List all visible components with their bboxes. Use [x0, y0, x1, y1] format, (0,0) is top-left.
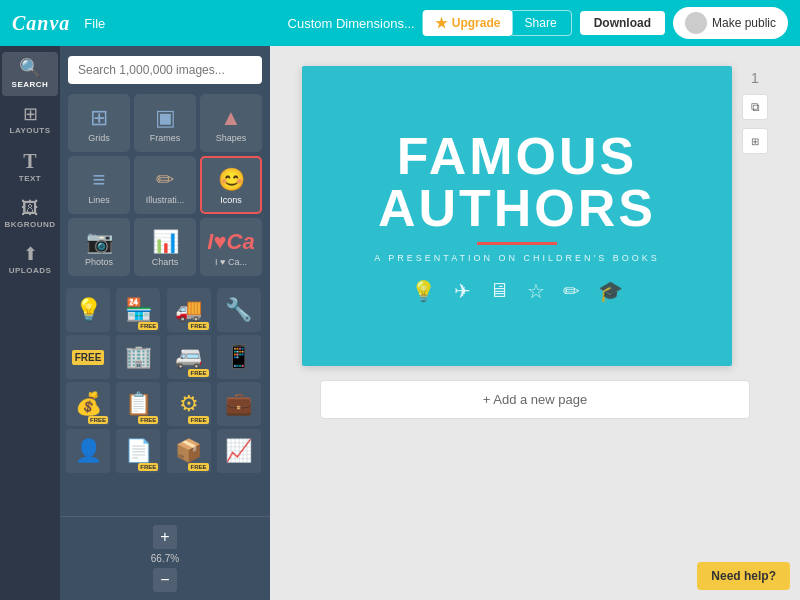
slide-icons-row: 💡 ✈ 🖥 ☆ ✏ 🎓 [411, 279, 623, 303]
topbar: Canva File Custom Dimensions... ★ Upgrad… [0, 0, 800, 46]
category-canva[interactable]: I♥Ca I ♥ Ca... [200, 218, 262, 276]
tool-background[interactable]: 🖼 BKGROUND [2, 192, 58, 236]
text-icon: T [23, 151, 36, 171]
slide-icon-bulb: 💡 [411, 279, 436, 303]
icons-icon: 😊 [218, 169, 245, 191]
category-photos[interactable]: 📷 Photos [68, 218, 130, 276]
slide-title-line1: FAMOUS [397, 130, 637, 182]
preview-icon-chart2[interactable]: 📈 [217, 429, 261, 473]
search-input[interactable] [68, 56, 262, 84]
category-lines[interactable]: ≡ Lines [68, 156, 130, 214]
slide-icon-star: ☆ [527, 279, 545, 303]
search-icon: 🔍 [19, 59, 41, 77]
document-title[interactable]: Custom Dimensions... [288, 16, 415, 31]
slide-icon-graduation: 🎓 [598, 279, 623, 303]
canvas-wrapper: FAMOUS AUTHORS A PRESENTATION ON CHILDRE… [302, 66, 768, 366]
preview-icon-money[interactable]: 💰FREE [66, 382, 110, 426]
canva-heart-icon: I♥Ca [207, 231, 254, 253]
file-menu[interactable]: File [84, 16, 105, 31]
preview-icon-doc[interactable]: 📄FREE [116, 429, 160, 473]
add-page-button[interactable]: + Add a new page [320, 380, 750, 419]
preview-icon-clip[interactable]: 📋FREE [116, 382, 160, 426]
share-button[interactable]: Share [510, 10, 572, 36]
preview-icon-free1[interactable]: FREE [66, 335, 110, 379]
background-icon: 🖼 [21, 199, 39, 217]
avatar [685, 12, 707, 34]
uploads-icon: ⬆ [23, 245, 38, 263]
main-layout: 🔍 SEARCH ⊞ LAYOUTS T TEXT 🖼 BKGROUND ⬆ U… [0, 46, 800, 600]
tool-text[interactable]: T TEXT [2, 144, 58, 190]
preview-icon-shop[interactable]: 🏪FREE [116, 288, 160, 332]
tool-search[interactable]: 🔍 SEARCH [2, 52, 58, 96]
layouts-icon: ⊞ [23, 105, 38, 123]
slide-title-line2: AUTHORS [378, 182, 656, 234]
category-shapes[interactable]: ▲ Shapes [200, 94, 262, 152]
category-illustrations[interactable]: ✏ Illustrati... [134, 156, 196, 214]
preview-icon-gear[interactable]: ⚙FREE [167, 382, 211, 426]
slide-icon-plane: ✈ [454, 279, 471, 303]
upgrade-button[interactable]: ★ Upgrade [423, 10, 513, 36]
canva-logo: Canva [12, 12, 70, 35]
shapes-icon: ▲ [220, 107, 242, 129]
category-grids[interactable]: ⊞ Grids [68, 94, 130, 152]
sidebar: ⊞ Grids ▣ Frames ▲ Shapes ≡ Lines ✏ Illu… [60, 46, 270, 600]
category-frames[interactable]: ▣ Frames [134, 94, 196, 152]
preview-icon-bag[interactable]: 💼 [217, 382, 261, 426]
star-icon: ★ [435, 15, 448, 31]
preview-icon-tool[interactable]: 🔧 [217, 288, 261, 332]
topbar-actions: Share Download Make public [510, 7, 788, 39]
grids-icon: ⊞ [90, 107, 108, 129]
slide-number: 1 [751, 70, 759, 86]
charts-icon: 📊 [152, 231, 179, 253]
frames-icon: ▣ [155, 107, 176, 129]
tool-uploads[interactable]: ⬆ UPLOADS [2, 238, 58, 282]
preview-icon-building[interactable]: 🏢 [116, 335, 160, 379]
slide-divider [477, 242, 557, 245]
preview-icon-phone[interactable]: 📱 [217, 335, 261, 379]
slide-icon-monitor: 🖥 [489, 279, 509, 303]
slide-canvas[interactable]: FAMOUS AUTHORS A PRESENTATION ON CHILDRE… [302, 66, 732, 366]
left-tool-panel: 🔍 SEARCH ⊞ LAYOUTS T TEXT 🖼 BKGROUND ⬆ U… [0, 46, 60, 600]
category-charts[interactable]: 📊 Charts [134, 218, 196, 276]
copy-slide-button[interactable]: ⧉ [742, 94, 768, 120]
preview-icon-person[interactable]: 👤 [66, 429, 110, 473]
topbar-center: Custom Dimensions... ★ Upgrade [288, 10, 513, 36]
slide-controls: 1 ⧉ ⊞ [742, 66, 768, 366]
icons-grid: 💡 🏪FREE 🚚FREE 🔧 FREE 🏢 🚐FREE 📱 💰FREE 📋FR… [60, 284, 270, 477]
category-grid: ⊞ Grids ▣ Frames ▲ Shapes ≡ Lines ✏ Illu… [60, 94, 270, 284]
tool-layouts[interactable]: ⊞ LAYOUTS [2, 98, 58, 142]
slide-subtitle: A PRESENTATION ON CHILDREN'S BOOKS [374, 253, 659, 263]
preview-icon-truck[interactable]: 🚚FREE [167, 288, 211, 332]
zoom-level: 66.7% [151, 553, 179, 564]
preview-icon-bulb[interactable]: 💡 [66, 288, 110, 332]
canvas-area: FAMOUS AUTHORS A PRESENTATION ON CHILDRE… [270, 46, 800, 600]
zoom-controls: + 66.7% − [60, 516, 270, 600]
photos-icon: 📷 [86, 231, 113, 253]
need-help-button[interactable]: Need help? [697, 562, 790, 590]
category-icons[interactable]: 😊 Icons [200, 156, 262, 214]
lines-icon: ≡ [93, 169, 106, 191]
illustr-icon: ✏ [156, 169, 174, 191]
grid-view-button[interactable]: ⊞ [742, 128, 768, 154]
search-bar [60, 46, 270, 94]
preview-icon-van[interactable]: 🚐FREE [167, 335, 211, 379]
download-button[interactable]: Download [580, 11, 665, 35]
icons-preview-panel: 💡 🏪FREE 🚚FREE 🔧 FREE 🏢 🚐FREE 📱 💰FREE 📋FR… [60, 284, 270, 516]
slide-icon-pencil: ✏ [563, 279, 580, 303]
make-public-button[interactable]: Make public [673, 7, 788, 39]
preview-icon-box[interactable]: 📦FREE [167, 429, 211, 473]
zoom-in-button[interactable]: + [153, 525, 177, 549]
zoom-out-button[interactable]: − [153, 568, 177, 592]
